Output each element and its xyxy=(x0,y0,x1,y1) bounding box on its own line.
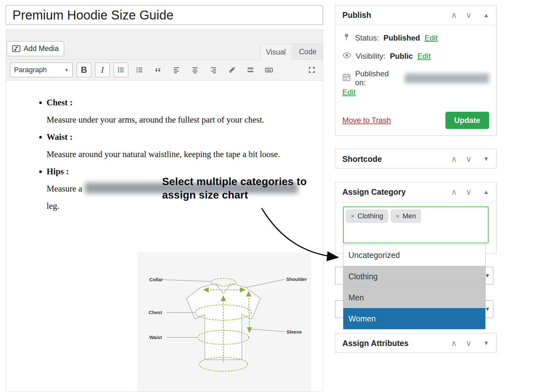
wordpress-editor-page: Add Media Visual Code Paragraph ▼ B I xyxy=(0,0,552,392)
list-item: Waist : Measure around your natural wais… xyxy=(47,128,323,163)
fullscreen-icon xyxy=(308,66,316,74)
tab-visual-label: Visual xyxy=(266,48,286,57)
reorder-down-icon[interactable]: ∨ xyxy=(466,187,472,197)
collapse-toggle-icon[interactable]: ▼ xyxy=(483,340,489,347)
list-item-term: Chest : xyxy=(47,94,323,111)
reorder-down-icon[interactable]: ∨ xyxy=(466,11,472,20)
editor-shell: Add Media Visual Code Paragraph ▼ B I xyxy=(6,29,323,392)
link-button[interactable] xyxy=(225,63,239,77)
category-option-women[interactable]: Women xyxy=(343,308,485,329)
assign-attributes-panel: Assign Attributes ∧ ∨ ▼ xyxy=(335,333,496,353)
bold-icon: B xyxy=(81,65,87,75)
align-center-button[interactable] xyxy=(188,63,202,77)
diagram-label-shoulder: Shoulder xyxy=(286,276,307,282)
assign-category-header[interactable]: Assign Category ∧ ∨ ▲ xyxy=(335,182,496,202)
italic-button[interactable]: I xyxy=(95,63,110,77)
move-to-trash-link[interactable]: Move to Trash xyxy=(342,116,391,125)
align-center-icon xyxy=(191,66,199,74)
status-label: Status: xyxy=(355,34,379,42)
publish-actions: Move to Trash Update xyxy=(342,112,489,129)
remove-tag-icon[interactable]: × xyxy=(351,212,354,220)
toolbar-toggle-button[interactable] xyxy=(262,63,276,77)
list-item: Chest : Measure under your arms, around … xyxy=(47,94,323,128)
diagram-label-chest: Chest xyxy=(149,310,162,315)
align-right-icon xyxy=(210,66,217,74)
list-item-desc: Measure under your arms, around the full… xyxy=(47,111,308,128)
category-option-label: Uncategorized xyxy=(348,251,400,260)
assign-category-title: Assign Category xyxy=(342,187,406,197)
add-media-icon xyxy=(12,45,20,53)
reorder-down-icon[interactable]: ∨ xyxy=(466,339,472,348)
list-item-desc: Measure around your natural waistline, k… xyxy=(47,146,308,163)
tab-visual[interactable]: Visual xyxy=(260,44,291,60)
published-date-redacted xyxy=(405,73,489,83)
visibility-label: Visibility: xyxy=(356,52,385,61)
category-option-men[interactable]: Men xyxy=(343,287,485,308)
collapse-toggle-icon[interactable]: ▲ xyxy=(483,189,489,196)
keyboard-icon xyxy=(265,66,273,74)
shortcode-panel-title: Shortcode xyxy=(342,155,382,164)
shortcode-panel: Shortcode ∧ ∨ ▼ xyxy=(335,149,496,169)
reorder-down-icon[interactable]: ∨ xyxy=(466,155,472,164)
list-item-term: Waist : xyxy=(47,128,323,146)
bullet-list-button[interactable] xyxy=(114,63,128,77)
assign-category-panel: Assign Category ∧ ∨ ▲ × Clothing × Men xyxy=(335,182,496,253)
annotation-note: Select multiple categories to assign siz… xyxy=(162,175,312,202)
post-title-input[interactable] xyxy=(6,5,323,25)
assign-attributes-title: Assign Attributes xyxy=(342,339,408,348)
shortcode-panel-header[interactable]: Shortcode ∧ ∨ ▼ xyxy=(335,149,496,169)
status-value: Published xyxy=(384,34,420,42)
status-pin-icon xyxy=(342,33,351,43)
more-tag-icon xyxy=(247,66,254,74)
reorder-up-icon[interactable]: ∧ xyxy=(451,11,457,20)
collapse-toggle-icon[interactable]: ▲ xyxy=(483,12,489,19)
size-chart-diagram-image: Collar Shoulder Chest Waist Sleeve xyxy=(137,252,311,392)
status-row: Status: Published Edit xyxy=(342,33,489,43)
diagram-label-collar: Collar xyxy=(149,277,163,282)
reorder-up-icon[interactable]: ∧ xyxy=(451,155,457,164)
blockquote-button[interactable]: “ xyxy=(151,63,165,77)
paragraph-select-label: Paragraph xyxy=(14,66,47,74)
visibility-value: Public xyxy=(390,52,413,61)
editor-toolbar: Paragraph ▼ B I xyxy=(6,59,323,80)
category-dropdown-list: Uncategorized Clothing Men Women xyxy=(343,245,486,329)
remove-tag-icon[interactable]: × xyxy=(396,212,399,220)
assign-attributes-header[interactable]: Assign Attributes ∧ ∨ ▼ xyxy=(335,333,496,353)
fullscreen-button[interactable] xyxy=(304,63,319,77)
publish-panel: Publish ∧ ∨ ▲ Status: Published Edit xyxy=(335,5,496,136)
visibility-eye-icon xyxy=(342,51,351,61)
reorder-up-icon[interactable]: ∧ xyxy=(451,187,457,197)
align-left-button[interactable] xyxy=(169,63,184,77)
collapse-toggle-icon[interactable]: ▼ xyxy=(483,155,489,162)
visibility-row: Visibility: Public Edit xyxy=(342,51,489,61)
editor-content-area[interactable]: Chest : Measure under your arms, around … xyxy=(6,80,323,392)
category-tag: × Men xyxy=(391,210,421,222)
category-option-uncategorized[interactable]: Uncategorized xyxy=(343,245,485,266)
update-button[interactable]: Update xyxy=(445,112,489,129)
tab-code[interactable]: Code xyxy=(293,44,323,60)
editor-top-bar: Add Media Visual Code xyxy=(6,30,323,59)
category-option-clothing[interactable]: Clothing xyxy=(343,266,485,287)
calendar-icon xyxy=(342,73,351,83)
link-icon xyxy=(228,66,236,74)
category-tag-label: Men xyxy=(402,212,416,220)
bold-button[interactable]: B xyxy=(77,63,91,77)
align-right-button[interactable] xyxy=(206,63,221,77)
paragraph-format-select[interactable]: Paragraph ▼ xyxy=(10,63,73,77)
category-option-label: Women xyxy=(348,314,376,323)
published-on-edit-link[interactable]: Edit xyxy=(342,88,355,96)
visibility-edit-link[interactable]: Edit xyxy=(417,52,430,61)
publish-panel-title: Publish xyxy=(342,11,371,20)
status-edit-link[interactable]: Edit xyxy=(424,34,437,42)
add-media-button[interactable]: Add Media xyxy=(7,41,64,56)
bullet-list-icon xyxy=(117,66,125,74)
category-option-label: Clothing xyxy=(348,272,378,281)
publish-panel-header[interactable]: Publish ∧ ∨ ▲ xyxy=(335,5,496,25)
category-tag-label: Clothing xyxy=(357,212,383,220)
blockquote-icon: “ xyxy=(155,64,161,76)
italic-icon: I xyxy=(101,65,104,75)
ordered-list-button[interactable] xyxy=(132,63,147,77)
more-tag-button[interactable] xyxy=(243,63,258,77)
reorder-up-icon[interactable]: ∧ xyxy=(451,339,457,348)
category-multiselect-input[interactable]: × Clothing × Men xyxy=(343,207,489,243)
